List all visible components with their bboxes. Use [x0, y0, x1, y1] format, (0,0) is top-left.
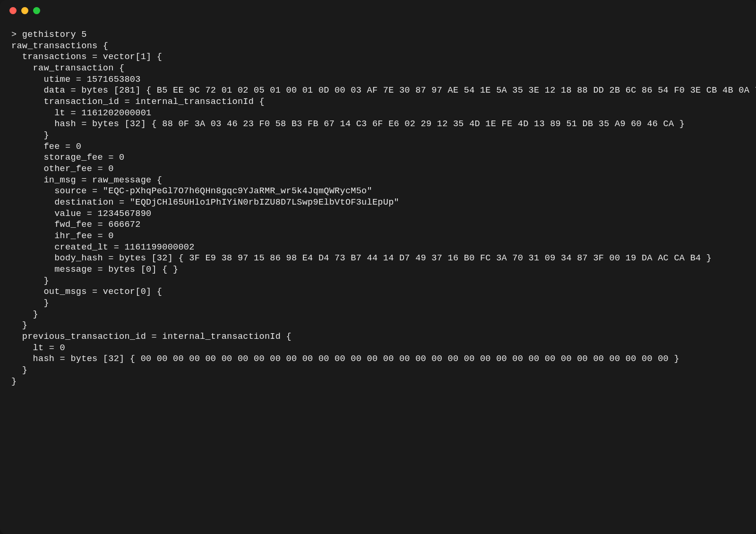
output-line: created_lt = 1161199000002 [11, 242, 195, 252]
close-icon[interactable] [9, 7, 17, 14]
output-line: ihr_fee = 0 [11, 231, 114, 241]
maximize-icon[interactable] [33, 7, 40, 14]
output-line: other_fee = 0 [11, 164, 114, 174]
output-line: destination = "EQDjCHl65UHlo1PhIYiN0rbIZ… [11, 198, 399, 207]
traffic-lights [9, 7, 40, 14]
output-line: } [11, 298, 49, 308]
output-line: hash = bytes [32] { 88 0F 3A 03 46 23 F0… [11, 119, 685, 129]
output-line: lt = 0 [11, 343, 65, 353]
output-line: previous_transaction_id = internal_trans… [11, 332, 292, 342]
output-line: out_msgs = vector[0] { [11, 287, 162, 297]
output-line: } [11, 377, 17, 387]
titlebar [0, 0, 756, 21]
command-line: > gethistory 5 [11, 30, 87, 40]
output-line: } [11, 276, 49, 286]
output-line: fwd_fee = 666672 [11, 220, 141, 230]
output-line: } [11, 310, 38, 319]
minimize-icon[interactable] [21, 7, 28, 14]
output-line: raw_transaction { [11, 63, 124, 73]
terminal-content[interactable]: > gethistory 5 raw_transactions { transa… [0, 21, 756, 396]
output-line: fee = 0 [11, 142, 81, 152]
terminal-window: > gethistory 5 raw_transactions { transa… [0, 0, 756, 534]
output-line: storage_fee = 0 [11, 153, 124, 163]
output-line: } [11, 320, 27, 330]
output-line: body_hash = bytes [32] { 3F E9 38 97 15 … [11, 253, 712, 263]
output-line: source = "EQC-pXhqPeGl7O7h6QHn8gqc9YJaRM… [11, 186, 372, 196]
output-line: } [11, 130, 49, 140]
output-line: utime = 1571653803 [11, 75, 141, 85]
output-line: value = 1234567890 [11, 209, 151, 219]
command-input: gethistory 5 [22, 30, 87, 40]
output-line: lt = 1161202000001 [11, 108, 151, 118]
output-line: in_msg = raw_message { [11, 175, 162, 185]
output-line: } [11, 365, 27, 375]
prompt-symbol: > [11, 30, 17, 40]
output-line: hash = bytes [32] { 00 00 00 00 00 00 00… [11, 354, 679, 364]
output-line: transaction_id = internal_transactionId … [11, 97, 265, 107]
output-line: raw_transactions { [11, 41, 108, 51]
output-line: message = bytes [0] { } [11, 265, 178, 275]
output-line: data = bytes [281] { B5 EE 9C 72 01 02 0… [11, 86, 756, 95]
output-line: transactions = vector[1] { [11, 52, 162, 62]
